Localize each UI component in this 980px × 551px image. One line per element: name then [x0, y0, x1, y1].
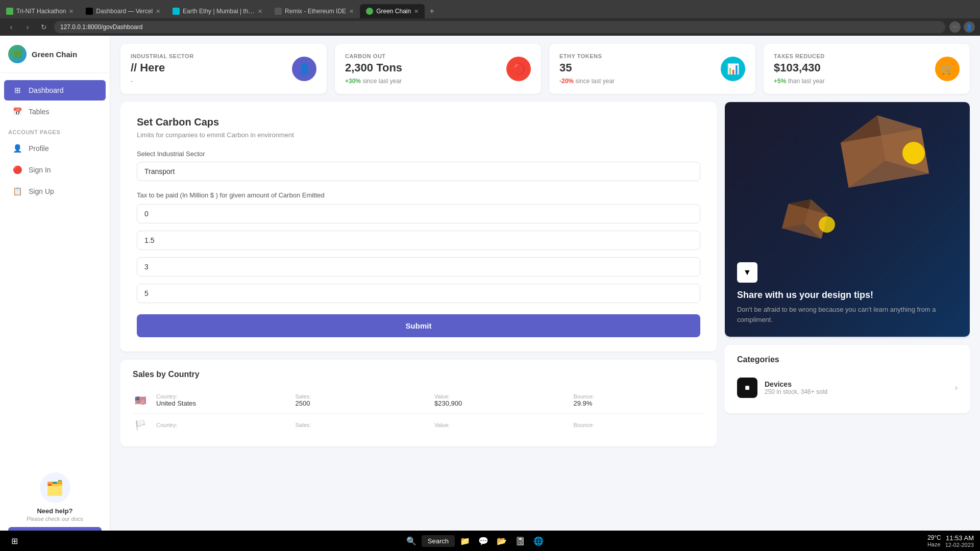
country-label-2: Country: — [156, 422, 287, 428]
bounce-col: Bounce: 29.9% — [574, 393, 705, 407]
hero-card: ▼ Share with us your design tips! Don't … — [725, 102, 970, 337]
form-subtitle: Limits for companies to emmit Carbon in … — [137, 131, 700, 139]
taskbar-onenote-icon[interactable]: 📓 — [512, 533, 528, 549]
country-value: United States — [156, 399, 287, 407]
sidebar-item-label-signin: Sign In — [29, 166, 51, 174]
tax-input-1[interactable] — [137, 231, 700, 250]
taskbar-edge-icon[interactable]: 🌐 — [530, 533, 547, 549]
profile-nav-icon: 👤 — [12, 143, 22, 154]
stat-info-carbon: CARBON OUT 2,300 Tons +30% since last ye… — [345, 53, 402, 85]
devices-icon: ■ — [745, 383, 750, 392]
url-text: 127.0.0.1:8000/govDashboard — [60, 23, 142, 31]
right-panel: ▼ Share with us your design tips! Don't … — [725, 102, 970, 543]
signin-icon: 🔴 — [12, 165, 22, 175]
tab-close-3[interactable]: ✕ — [258, 8, 262, 15]
stat-change-industrial: - — [131, 78, 194, 85]
svg-point-7 — [819, 216, 835, 233]
tab-title-4: Remix - Ethereum IDE — [285, 8, 346, 15]
tables-icon: 📅 — [12, 107, 22, 117]
taskbar-center: 🔍 Search 📁 💬 📂 📓 🌐 — [403, 533, 547, 549]
back-button[interactable]: ‹ — [5, 21, 17, 33]
stat-info-taxes: TAXES REDUCED $103,430 +5% than last yea… — [774, 53, 825, 85]
search-label: Search — [428, 537, 449, 545]
tax-input-0[interactable] — [137, 204, 700, 223]
taskbar-search-icon[interactable]: 🔍 — [403, 533, 420, 549]
sales-col-2: Sales: — [296, 422, 427, 428]
categories-title: Categories — [737, 355, 958, 364]
new-tab-button[interactable]: + — [425, 4, 439, 18]
taskbar-left: ⊞ — [6, 533, 22, 549]
extensions-icon[interactable]: ⋯ — [949, 21, 961, 33]
sales-table-title: Sales by Country — [133, 370, 704, 379]
value-col-2: Value: — [434, 422, 566, 428]
sector-input[interactable] — [137, 162, 700, 181]
tab-4[interactable]: Remix - Ethereum IDE ✕ — [268, 4, 360, 18]
sector-label: Select Industrial Sector — [137, 150, 700, 158]
bounce-label: Bounce: — [574, 393, 705, 399]
taskbar-whatsapp-icon[interactable]: 💬 — [475, 533, 492, 549]
value-col: Value: $230,900 — [434, 393, 566, 407]
profile-icon[interactable]: 👤 — [964, 21, 975, 33]
tax-input-3[interactable] — [137, 284, 700, 303]
tax-input-2[interactable] — [137, 257, 700, 277]
account-section-label: ACCOUNT PAGES — [0, 123, 110, 137]
bounce-value: 29.9% — [574, 399, 705, 407]
stat-icon-industrial: 👤 — [292, 57, 316, 81]
sidebar-item-tables[interactable]: 📅 Tables — [4, 102, 106, 122]
browser-chrome: Tri-NIT Hackathon ✕ Dashboard — Vercel ✕… — [0, 0, 980, 36]
sidebar-item-profile[interactable]: 👤 Profile — [4, 138, 106, 159]
stat-card-taxes: TAXES REDUCED $103,430 +5% than last yea… — [764, 44, 970, 94]
value-value: $230,900 — [434, 399, 566, 407]
tab-favicon-3 — [173, 8, 180, 15]
stat-icon-tokens: 📊 — [721, 57, 745, 81]
stat-value-industrial: // Here — [131, 61, 194, 74]
category-item-devices[interactable]: ■ Devices 250 in stock, 346+ sold › — [737, 372, 958, 403]
taxes-change-prefix: +5% — [774, 78, 786, 85]
sales-label-2: Sales: — [296, 422, 427, 428]
tab-close-2[interactable]: ✕ — [156, 8, 160, 15]
stat-card-carbon: CARBON OUT 2,300 Tons +30% since last ye… — [335, 44, 541, 94]
tab-close-4[interactable]: ✕ — [349, 8, 354, 15]
sidebar-item-label-dashboard: Dashboard — [29, 86, 64, 94]
flag-2: 🏳️ — [133, 420, 148, 430]
taskbar-search-bar[interactable]: Search — [422, 535, 455, 547]
tab-bar: Tri-NIT Hackathon ✕ Dashboard — Vercel ✕… — [0, 0, 980, 18]
stats-row: INDUSTRIAL SECTOR // Here - 👤 CARBON OUT… — [110, 36, 980, 102]
sidebar-item-signup[interactable]: 📋 Sign Up — [4, 181, 106, 202]
forward-button[interactable]: › — [21, 21, 34, 33]
tab-3[interactable]: Earth Ethy | Mumbai | thirdweb ✕ — [166, 4, 268, 18]
tab-5[interactable]: Green Chain ✕ — [360, 4, 425, 18]
tab-2[interactable]: Dashboard — Vercel ✕ — [80, 4, 166, 18]
address-bar: ‹ › ↻ 127.0.0.1:8000/govDashboard ⋯ 👤 — [0, 18, 980, 36]
weather-temp: 29°C — [927, 534, 941, 541]
tab-1[interactable]: Tri-NIT Hackathon ✕ — [0, 4, 80, 18]
tab-title-5: Green Chain — [376, 8, 411, 15]
weather-widget: 29°C Haze — [927, 534, 941, 547]
carbon-change-text: since last year — [362, 78, 402, 85]
stat-label-taxes: TAXES REDUCED — [774, 53, 825, 59]
taskbar-explorer-icon[interactable]: 📁 — [457, 533, 473, 549]
dashboard-icon: ⊞ — [12, 85, 22, 95]
sidebar-item-dashboard[interactable]: ⊞ Dashboard — [4, 80, 106, 101]
logo-text: Green Chain — [32, 50, 77, 59]
reload-button[interactable]: ↻ — [38, 21, 50, 33]
url-bar[interactable]: 127.0.0.1:8000/govDashboard — [54, 21, 945, 33]
sidebar-item-signin[interactable]: 🔴 Sign In — [4, 160, 106, 180]
taskbar-files-icon[interactable]: 📂 — [494, 533, 510, 549]
svg-point-6 — [902, 142, 925, 164]
value-label: Value: — [434, 393, 566, 399]
taskbar-date: 12-02-2023 — [945, 542, 974, 548]
stat-label-carbon: CARBON OUT — [345, 53, 402, 59]
sidebar-logo: 🌿 Green Chain — [0, 36, 110, 73]
tab-favicon-5 — [366, 8, 373, 15]
hero-icon: ▼ — [743, 268, 751, 277]
sales-value: 2500 — [296, 399, 427, 407]
browser-icons: ⋯ 👤 — [949, 21, 975, 33]
tab-close-5[interactable]: ✕ — [414, 8, 419, 15]
form-title: Set Carbon Caps — [137, 116, 700, 128]
submit-button[interactable]: Submit — [137, 314, 700, 337]
hero-content: ▼ Share with us your design tips! Don't … — [737, 262, 958, 324]
start-button[interactable]: ⊞ — [6, 533, 22, 549]
stat-card-industrial: INDUSTRIAL SECTOR // Here - 👤 — [120, 44, 327, 94]
tab-close-1[interactable]: ✕ — [69, 8, 74, 15]
